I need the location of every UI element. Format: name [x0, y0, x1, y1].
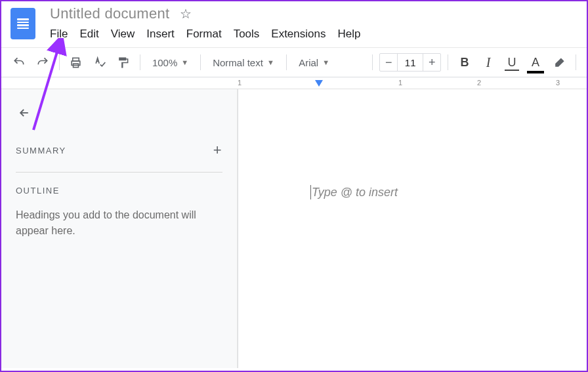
font-value: Arial [299, 57, 318, 68]
star-icon[interactable]: ☆ [180, 6, 192, 22]
indent-marker-icon[interactable] [315, 80, 323, 87]
menu-file[interactable]: File [50, 28, 68, 41]
style-value: Normal text [213, 57, 263, 68]
ruler-tick: 1 [238, 79, 242, 87]
text-cursor-icon [310, 185, 311, 199]
ruler-tick: 1 [398, 79, 402, 87]
separator [286, 54, 287, 70]
font-size-control: − 11 + [379, 53, 441, 72]
outline-label: OUTLINE [16, 186, 60, 196]
menu-bar: File Edit View Insert Format Tools Exten… [50, 28, 360, 41]
separator [200, 54, 201, 70]
print-icon[interactable] [66, 52, 86, 72]
font-size-decrease[interactable]: − [380, 54, 397, 71]
menu-view[interactable]: View [111, 28, 135, 41]
chevron-down-icon: ▼ [267, 58, 274, 66]
bold-button[interactable]: B [455, 52, 474, 72]
menu-insert[interactable]: Insert [146, 28, 175, 41]
editor-placeholder: Type @ to insert [310, 185, 398, 199]
style-dropdown[interactable]: Normal text ▼ [207, 54, 280, 71]
summary-label: SUMMARY [16, 146, 66, 155]
document-title[interactable]: Untitled document [50, 5, 169, 22]
redo-icon[interactable] [33, 52, 52, 72]
italic-button[interactable]: I [478, 52, 498, 72]
zoom-value: 100% [152, 57, 177, 68]
font-dropdown[interactable]: Arial ▼ [293, 54, 366, 71]
ruler-tick: 3 [556, 79, 560, 87]
app-header: Untitled document ☆ File Edit View Inser… [1, 1, 587, 41]
undo-icon[interactable] [9, 52, 29, 72]
separator [372, 54, 373, 70]
divider [16, 172, 222, 173]
text-color-button[interactable]: A [526, 52, 545, 72]
separator [59, 54, 60, 70]
outline-section-header: OUTLINE [16, 186, 222, 196]
paint-format-icon[interactable] [114, 52, 133, 72]
separator [448, 54, 448, 70]
separator [140, 54, 140, 70]
ruler-tick: 2 [477, 79, 481, 87]
highlight-color-button[interactable] [549, 52, 569, 72]
outline-sidebar: SUMMARY + OUTLINE Headings you add to th… [1, 89, 238, 368]
summary-section-header: SUMMARY + [16, 142, 222, 159]
menu-help[interactable]: Help [337, 28, 360, 41]
content-area: 1 1 2 3 SUMMARY + OUTLINE Headings you a… [1, 77, 587, 368]
docs-logo-lines [17, 18, 29, 29]
add-summary-icon[interactable]: + [213, 142, 222, 159]
docs-logo-icon[interactable] [10, 8, 35, 39]
horizontal-ruler[interactable]: 1 1 2 3 [1, 77, 587, 89]
separator [576, 54, 576, 70]
font-size-value[interactable]: 11 [397, 54, 423, 71]
menu-edit[interactable]: Edit [79, 28, 98, 41]
menu-format[interactable]: Format [186, 28, 222, 41]
placeholder-text: Type @ to insert [312, 186, 398, 199]
zoom-dropdown[interactable]: 100% ▼ [147, 54, 194, 71]
collapse-sidebar-icon[interactable] [16, 106, 222, 123]
underline-button[interactable]: U [502, 52, 522, 72]
title-row: Untitled document ☆ [50, 5, 360, 22]
chevron-down-icon: ▼ [181, 58, 188, 66]
chevron-down-icon: ▼ [322, 58, 329, 66]
spellcheck-icon[interactable] [90, 52, 110, 72]
toolbar: 100% ▼ Normal text ▼ Arial ▼ − 11 + B I … [1, 47, 587, 77]
outline-empty-text: Headings you add to the document will ap… [16, 207, 222, 239]
menu-tools[interactable]: Tools [234, 28, 260, 41]
menu-extensions[interactable]: Extensions [271, 28, 326, 41]
font-size-increase[interactable]: + [423, 54, 440, 71]
document-page[interactable]: Type @ to insert [238, 89, 587, 368]
